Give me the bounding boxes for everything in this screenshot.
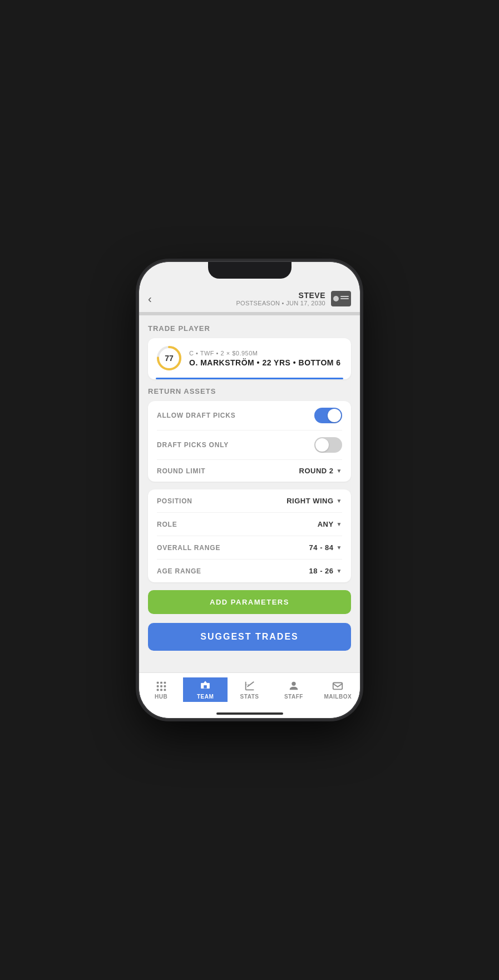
age-range-label: AGE RANGE [157,567,201,575]
draft-picks-only-row: DRAFT PICKS ONLY [157,430,342,460]
position-dropdown[interactable]: RIGHT WING ▼ [286,497,342,505]
nav-team-label: TEAM [197,694,214,700]
age-range-dropdown[interactable]: 18 - 26 ▼ [309,567,342,575]
svg-rect-10 [164,689,166,691]
hub-icon [155,680,167,692]
date-info: POSTSEASON • JUN 17, 2030 [236,300,325,306]
svg-rect-5 [156,685,159,687]
age-range-row: AGE RANGE 18 - 26 ▼ [157,560,342,582]
round-limit-dropdown[interactable]: ROUND 2 ▼ [299,467,342,475]
draft-picks-only-label: DRAFT PICKS ONLY [157,441,229,449]
user-name: STEVE [236,291,325,300]
return-assets-title: RETURN ASSETS [148,387,351,395]
trade-player-section: TRADE PLAYER 77 C • TWF • 2 × $0.950M [148,324,351,379]
position-row: POSITION RIGHT WING ▼ [157,489,342,513]
nav-mailbox-label: MAILBOX [324,694,352,700]
back-button[interactable]: ‹ [148,293,152,305]
home-indicator [216,712,283,715]
svg-rect-11 [204,685,207,689]
round-limit-label: ROUND LIMIT [157,467,205,475]
return-assets-card: ALLOW DRAFT PICKS DRAFT PICKS ONLY [148,401,351,482]
svg-rect-4 [164,682,166,684]
role-dropdown[interactable]: ANY ▼ [318,520,342,528]
allow-draft-picks-row: ALLOW DRAFT PICKS [157,401,342,430]
svg-rect-3 [160,682,162,684]
svg-rect-2 [156,682,159,684]
bottom-nav: HUB TEAM STATS [139,672,360,718]
overall-range-label: OVERALL RANGE [157,544,220,552]
overall-range-dropdown[interactable]: 74 - 84 ▼ [309,543,342,552]
svg-rect-7 [164,685,166,687]
team-icon [199,680,211,692]
add-parameters-button[interactable]: ADD PARAMETERS [148,590,351,614]
suggest-trades-button[interactable]: SUGGEST TRADES [148,623,351,651]
nav-item-mailbox[interactable]: MAILBOX [316,677,360,702]
allow-draft-picks-label: ALLOW DRAFT PICKS [157,412,236,419]
nav-item-staff[interactable]: STAFF [271,677,315,702]
nav-hub-label: HUB [155,694,167,700]
position-arrow-icon: ▼ [337,498,342,504]
rating-number: 77 [165,354,174,363]
svg-rect-17 [333,683,343,690]
draft-picks-only-toggle[interactable] [314,437,342,453]
nav-item-hub[interactable]: HUB [139,677,183,702]
player-meta: C • TWF • 2 × $0.950M [189,350,343,357]
round-limit-arrow-icon: ▼ [337,468,342,474]
svg-point-16 [292,682,295,686]
nav-item-team[interactable]: TEAM [183,677,227,702]
svg-rect-9 [160,689,162,691]
profile-icon[interactable] [331,291,351,306]
overall-range-row: OVERALL RANGE 74 - 84 ▼ [157,536,342,560]
nav-staff-label: STAFF [284,694,303,700]
stats-icon [244,680,256,692]
player-card[interactable]: 77 C • TWF • 2 × $0.950M O. MARKSTRÖM • … [148,338,351,379]
role-row: ROLE ANY ▼ [157,513,342,536]
rating-circle: 77 [156,345,182,372]
svg-rect-6 [160,685,162,687]
position-label: POSITION [157,497,192,505]
svg-line-14 [247,682,254,687]
allow-draft-picks-toggle[interactable] [314,408,342,423]
staff-icon [288,680,300,692]
trade-player-title: TRADE PLAYER [148,324,351,333]
return-assets-section: RETURN ASSETS ALLOW DRAFT PICKS [148,387,351,482]
nav-stats-label: STATS [240,694,259,700]
nav-item-stats[interactable]: STATS [228,677,271,702]
svg-rect-8 [156,689,159,691]
round-limit-row: ROUND LIMIT ROUND 2 ▼ [157,460,342,482]
player-name: O. MARKSTRÖM • 22 YRS • BOTTOM 6 [189,358,343,367]
role-label: ROLE [157,521,177,528]
filters-card: POSITION RIGHT WING ▼ ROLE ANY ▼ [148,489,351,582]
role-arrow-icon: ▼ [337,521,342,527]
overall-range-arrow-icon: ▼ [337,545,342,551]
mailbox-icon [332,680,344,692]
age-range-arrow-icon: ▼ [337,568,342,574]
